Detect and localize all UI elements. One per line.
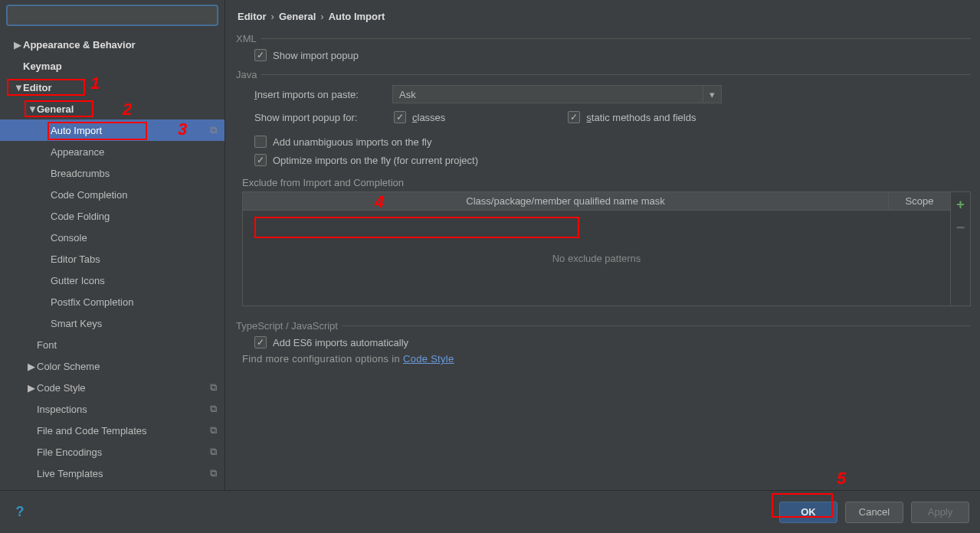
sidebar-item-keymap[interactable]: Keymap xyxy=(0,55,225,77)
sidebar-item-label: Font xyxy=(37,339,225,351)
sidebar-item-smart-keys[interactable]: Smart Keys xyxy=(0,312,225,334)
apply-button[interactable]: Apply xyxy=(911,502,969,523)
sidebar-item-label: Editor xyxy=(23,82,225,93)
sidebar-item-appearance[interactable]: Appearance xyxy=(0,141,225,162)
sidebar-item-label: Code Completion xyxy=(51,189,225,201)
breadcrumb: Editor › General › Auto Import xyxy=(236,8,971,33)
sidebar-item-gutter-icons[interactable]: Gutter Icons xyxy=(0,270,225,291)
label-classes: classes xyxy=(412,112,445,123)
sidebar-item-font[interactable]: Font xyxy=(0,334,225,355)
settings-content: Editor › General › Auto Import XML Show … xyxy=(225,0,980,490)
label-show-popup-for: Show import popup for: xyxy=(254,112,357,123)
sidebar-item-editor-tabs[interactable]: Editor Tabs xyxy=(0,248,225,270)
crumb-auto-import: Auto Import xyxy=(329,11,385,22)
sidebar-item-code-completion[interactable]: Code Completion xyxy=(0,184,225,205)
chevron-right-icon: › xyxy=(320,11,323,22)
section-ts: TypeScript / JavaScript Add ES6 imports … xyxy=(236,320,971,365)
sidebar-item-breadcrumbs[interactable]: Breadcrumbs xyxy=(0,162,225,184)
chevron-right-icon: ▶ xyxy=(28,361,35,372)
sidebar-item-label: Postfix Completion xyxy=(51,296,225,308)
label-es6: Add ES6 imports automatically xyxy=(273,337,408,348)
project-level-icon: ⧉ xyxy=(210,446,217,458)
settings-sidebar: ▶Appearance & BehaviorKeymap▼Editor▼Gene… xyxy=(0,0,225,490)
sidebar-item-label: General xyxy=(37,103,225,115)
table-toolbar: + − xyxy=(950,192,970,306)
chevron-right-icon: ▶ xyxy=(14,39,21,51)
th-scope[interactable]: Scope xyxy=(889,192,950,210)
checkbox-es6[interactable] xyxy=(254,336,267,348)
sidebar-item-file-encodings[interactable]: File Encodings⧉ xyxy=(0,441,225,463)
sidebar-item-label: Console xyxy=(51,232,225,244)
section-java: Java Insert imports on paste: Ask ▾ Show… xyxy=(236,69,971,306)
chevron-right-icon: › xyxy=(271,11,274,22)
sidebar-item-label: Code Folding xyxy=(51,211,225,222)
sidebar-item-auto-import[interactable]: Auto Import⧉ xyxy=(0,119,225,141)
checkbox-classes[interactable] xyxy=(394,111,406,123)
project-level-icon: ⧉ xyxy=(210,424,217,437)
label-static: static methods and fields xyxy=(586,112,696,123)
sidebar-item-color-scheme[interactable]: ▶Color Scheme xyxy=(0,355,225,377)
chevron-right-icon: ▶ xyxy=(28,382,35,394)
sidebar-item-label: Inspections xyxy=(37,404,225,415)
section-xml: XML Show import popup xyxy=(236,33,971,61)
project-level-icon: ⧉ xyxy=(210,403,217,415)
exclude-table: Class/package/member qualified name mask… xyxy=(242,191,971,306)
chevron-down-icon: ▼ xyxy=(28,103,35,115)
ts-note-prefix: Find more configuration options in xyxy=(242,353,403,365)
label-xml-show-popup: Show import popup xyxy=(273,50,359,61)
label-unambiguous: Add unambiguous imports on the fly xyxy=(273,136,431,148)
crumb-editor[interactable]: Editor xyxy=(238,11,267,22)
search-container xyxy=(0,0,225,31)
project-level-icon: ⧉ xyxy=(210,467,217,479)
sidebar-item-label: Keymap xyxy=(23,60,225,72)
section-ts-title: TypeScript / JavaScript xyxy=(236,320,338,332)
add-icon[interactable]: + xyxy=(956,197,965,213)
checkbox-unambiguous[interactable] xyxy=(254,136,267,148)
sidebar-item-label: Smart Keys xyxy=(51,318,225,329)
select-insert-imports-value: Ask xyxy=(399,89,416,100)
link-code-style[interactable]: Code Style xyxy=(403,353,454,365)
chevron-down-icon: ▼ xyxy=(14,82,21,93)
sidebar-item-appearance-behavior[interactable]: ▶Appearance & Behavior xyxy=(0,34,225,55)
sidebar-item-code-style[interactable]: ▶Code Style⧉ xyxy=(0,377,225,398)
sidebar-item-label: File and Code Templates xyxy=(37,425,225,437)
ok-button[interactable]: OK xyxy=(779,502,837,523)
section-xml-title: XML xyxy=(236,33,257,44)
sidebar-item-label: Live Templates xyxy=(37,468,225,479)
sidebar-item-label: Code Style xyxy=(37,382,225,394)
sidebar-item-label: Appearance & Behavior xyxy=(23,39,225,51)
section-java-title: Java xyxy=(236,69,257,80)
sidebar-item-label: Gutter Icons xyxy=(51,275,225,286)
sidebar-item-code-folding[interactable]: Code Folding xyxy=(0,205,225,227)
sidebar-item-postfix-completion[interactable]: Postfix Completion xyxy=(0,291,225,312)
project-level-icon: ⧉ xyxy=(210,124,217,136)
project-level-icon: ⧉ xyxy=(210,381,217,394)
checkbox-optimize[interactable] xyxy=(254,154,267,166)
label-optimize: Optimize imports on the fly (for current… xyxy=(273,155,478,166)
search-input[interactable] xyxy=(6,5,218,26)
sidebar-item-console[interactable]: Console xyxy=(0,227,225,248)
sidebar-item-label: Appearance xyxy=(51,146,225,158)
table-header: Class/package/member qualified name mask… xyxy=(243,192,950,211)
sidebar-item-general[interactable]: ▼General xyxy=(0,98,225,119)
th-mask[interactable]: Class/package/member qualified name mask xyxy=(243,192,889,210)
crumb-general[interactable]: General xyxy=(279,11,316,22)
sidebar-item-editor[interactable]: ▼Editor xyxy=(0,77,225,98)
sidebar-item-label: Editor Tabs xyxy=(51,253,225,265)
sidebar-item-inspections[interactable]: Inspections⧉ xyxy=(0,398,225,420)
settings-tree[interactable]: ▶Appearance & BehaviorKeymap▼Editor▼Gene… xyxy=(0,31,225,490)
help-icon[interactable]: ? xyxy=(11,503,29,522)
sidebar-item-label: File Encodings xyxy=(37,446,225,458)
table-body-empty: No exclude patterns xyxy=(243,211,950,306)
label-insert-imports: Insert imports on paste: xyxy=(254,89,392,100)
chevron-down-icon[interactable]: ▾ xyxy=(703,85,722,103)
remove-icon: − xyxy=(956,219,965,237)
sidebar-item-label: Color Scheme xyxy=(37,361,225,372)
checkbox-xml-show-popup[interactable] xyxy=(254,49,267,61)
cancel-button[interactable]: Cancel xyxy=(845,502,903,523)
checkbox-static[interactable] xyxy=(568,111,580,123)
sidebar-item-file-and-code-templates[interactable]: File and Code Templates⧉ xyxy=(0,420,225,441)
sidebar-item-live-templates[interactable]: Live Templates⧉ xyxy=(0,463,225,484)
sidebar-item-label: Breadcrumbs xyxy=(51,168,225,179)
select-insert-imports[interactable]: Ask xyxy=(392,85,703,103)
